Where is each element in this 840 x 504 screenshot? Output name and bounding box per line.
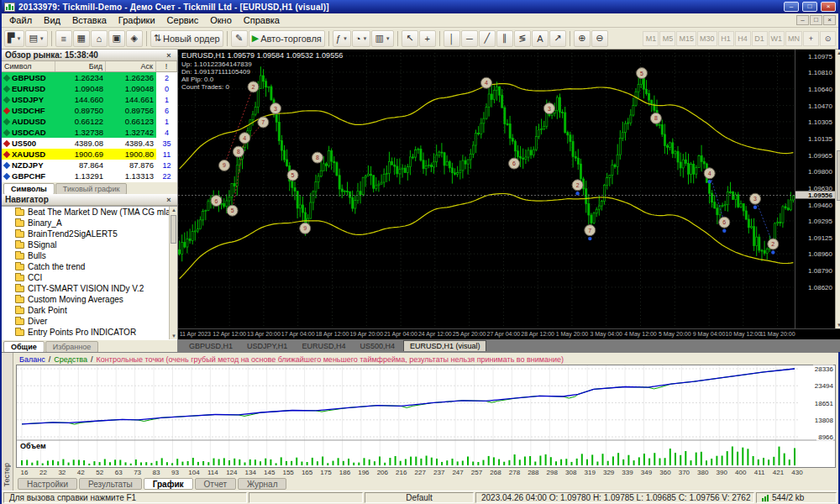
title-bar[interactable]: 20133979: Tickmill-Demo - Демо Счет - Ti… [2, 0, 838, 13]
navigator-item-10[interactable]: Diver [2, 316, 177, 327]
chart-tab-2[interactable]: EURUSD,H4 [296, 341, 351, 351]
vertical-line-button[interactable]: │ [444, 30, 460, 47]
new-chart-button[interactable]: ▛▼ [4, 30, 24, 47]
market-watch-row-xauusd[interactable]: XAUUSD1900.691900.8011 [2, 149, 177, 160]
trendline-button[interactable]: ╱ [479, 30, 496, 47]
timeframe-m5-button[interactable]: M5 [659, 31, 675, 46]
scroll-down-icon[interactable]: ▼ [171, 333, 176, 339]
horizontal-line-button[interactable]: ─ [461, 30, 478, 47]
market-watch-row-usdcad[interactable]: USDCAD1.327381.327424 [2, 127, 177, 138]
price-chart[interactable]: 6958427359846327584632 [178, 50, 795, 328]
chart-tab-0[interactable]: GBPUSD,H1 [183, 341, 239, 351]
maximize-button[interactable]: □ [802, 2, 817, 12]
scrollbar-thumb[interactable] [171, 215, 176, 244]
add-element-button[interactable]: + [803, 31, 819, 46]
timeframe-m15-button[interactable]: M15 [676, 31, 696, 46]
navigator-scrollbar[interactable]: ▲ ▼ [169, 207, 177, 339]
close-icon[interactable]: × [164, 51, 174, 60]
timeframe-mn-button[interactable]: MN [785, 31, 802, 46]
market-watch-row-usdjpy[interactable]: USDJPY144.660144.6611 [2, 94, 177, 105]
chart-plot-area[interactable]: EURUSD,H1 1.09579 1.09584 1.09532 1.0955… [178, 50, 795, 328]
navigator-titlebar[interactable]: Навигатор × [2, 194, 177, 206]
equidistant-channel-button[interactable]: ∥ [496, 30, 513, 47]
column-bid[interactable]: Бид [55, 61, 106, 71]
tester-tab-1[interactable]: Результаты [79, 478, 142, 490]
scroll-down-icon[interactable]: ▼ [837, 323, 840, 328]
price-axis[interactable]: 1.109751.108101.106401.104701.103051.101… [795, 50, 835, 328]
balance-chart[interactable] [17, 365, 835, 467]
tester-side-strip[interactable]: Тестер [2, 353, 13, 491]
profiles-button[interactable]: ▤▼ [25, 30, 47, 47]
templates-button[interactable]: ▥▼ [371, 30, 393, 47]
market-watch-column-headers[interactable]: Символ Бид Аск ! [2, 61, 177, 72]
zoom-in-button[interactable]: ⊕ [574, 30, 591, 47]
market-watch-button[interactable]: ≡ [55, 30, 72, 47]
navigator-item-7[interactable]: CITY-SMART VISION INDy V.2 [2, 283, 177, 294]
timeframe-w1-button[interactable]: W1 [769, 31, 785, 46]
market-watch-row-eurusd[interactable]: EURUSD1.090481.090480 [2, 83, 177, 94]
navigator-item-2[interactable]: BrainTrend2SigALERT5 [2, 228, 177, 239]
metaeditor-button[interactable]: ✎ [231, 30, 248, 47]
menu-item-5[interactable]: Окно [204, 14, 238, 26]
market-watch-row-audusd[interactable]: AUDUSD0.661220.661231 [2, 116, 177, 127]
close-icon[interactable]: × [164, 196, 174, 204]
market-watch-titlebar[interactable]: Обзор рынка: 15:38:40 × [2, 50, 177, 61]
balance-graph-box[interactable]: 283362349418651138088966Объем [16, 365, 836, 468]
menu-item-4[interactable]: Сервис [161, 14, 205, 26]
data-window-button[interactable]: ▦ [73, 30, 90, 47]
time-axis[interactable]: 11 Apr 202312 Apr 12:0013 Apr 20:0017 Ap… [178, 328, 840, 339]
column-spread[interactable]: ! [156, 61, 177, 71]
timeframe-m1-button[interactable]: M1 [643, 31, 659, 46]
child-minimize-button[interactable]: – [796, 15, 809, 25]
chart-tab-3[interactable]: US500,H4 [354, 341, 401, 351]
navigator-item-11[interactable]: Entry Points Pro INDICATOR [2, 327, 177, 338]
menu-item-2[interactable]: Вставка [66, 14, 113, 26]
timeframe-d1-button[interactable]: D1 [752, 31, 768, 46]
market-watch-tab-0[interactable]: Символы [3, 183, 55, 195]
market-watch-row-usdchf[interactable]: USDCHF0.897500.897566 [2, 105, 177, 116]
navigator-item-8[interactable]: Custom Moving Averages [2, 294, 177, 305]
tester-tab-4[interactable]: Журнал [238, 478, 287, 490]
market-watch-row-gbpusd[interactable]: GBPUSD1.262341.262362 [2, 72, 177, 83]
navigator-item-1[interactable]: Binary_A [2, 218, 177, 228]
tester-tab-3[interactable]: Отчет [195, 478, 236, 490]
chart-tab-1[interactable]: USDJPY,H1 [241, 341, 293, 351]
strategy-tester-button[interactable]: ◈ [126, 30, 143, 47]
navigator-item-0[interactable]: Beat The Market D New (TMA CG mlad [2, 207, 177, 218]
market-watch-row-us500[interactable]: US5004389.084389.4335 [2, 138, 177, 149]
scroll-up-icon[interactable]: ▲ [171, 207, 176, 213]
minimize-button[interactable]: – [784, 2, 799, 12]
terminal-button[interactable]: ▣ [108, 30, 125, 47]
navigator-item-6[interactable]: CCI [2, 272, 177, 283]
timeframe-m30-button[interactable]: M30 [697, 31, 717, 46]
menu-item-1[interactable]: Вид [38, 14, 66, 26]
menu-item-3[interactable]: Графики [113, 14, 161, 26]
navigator-item-3[interactable]: BSignal [2, 239, 177, 250]
navigator-button[interactable]: ⌂ [91, 30, 108, 47]
new-order-button[interactable]: ⇅Новый ордер [150, 30, 223, 47]
timeframe-h1-button[interactable]: H1 [718, 31, 734, 46]
search-button[interactable]: ⊙ [820, 31, 836, 46]
tester-tab-2[interactable]: График [144, 478, 193, 490]
menu-item-6[interactable]: Справка [238, 14, 286, 26]
child-restore-button[interactable]: □ [810, 15, 822, 25]
crosshair-button[interactable]: + [419, 30, 436, 47]
child-close-button[interactable]: × [823, 15, 836, 25]
menu-item-0[interactable]: Файл [3, 14, 38, 26]
cursor-button[interactable]: ↖ [402, 30, 418, 47]
fibonacci-button[interactable]: ≶ [514, 30, 531, 47]
navigator-tab-0[interactable]: Общие [3, 341, 45, 353]
scroll-up-icon[interactable]: ▲ [837, 50, 840, 55]
market-watch-row-nzdjpy[interactable]: NZDJPY87.86487.87612 [2, 160, 177, 171]
market-watch-row-gbpchf[interactable]: GBPCHF1.132911.1331322 [2, 171, 177, 181]
autotrading-button[interactable]: ▶Авто-торговля [249, 30, 325, 47]
scrollbar-thumb[interactable] [837, 150, 840, 201]
navigator-item-4[interactable]: Bulls [2, 250, 177, 261]
tester-tab-0[interactable]: Настройки [18, 478, 77, 490]
status-profile[interactable]: Default [365, 492, 474, 503]
zoom-out-button[interactable]: ⊖ [591, 30, 608, 47]
indicators-button[interactable]: ƒ▼ [333, 30, 351, 47]
timeframe-h4-button[interactable]: H4 [735, 31, 751, 46]
arrows-button[interactable]: ↗ [549, 30, 566, 47]
column-symbol[interactable]: Символ [2, 61, 55, 71]
